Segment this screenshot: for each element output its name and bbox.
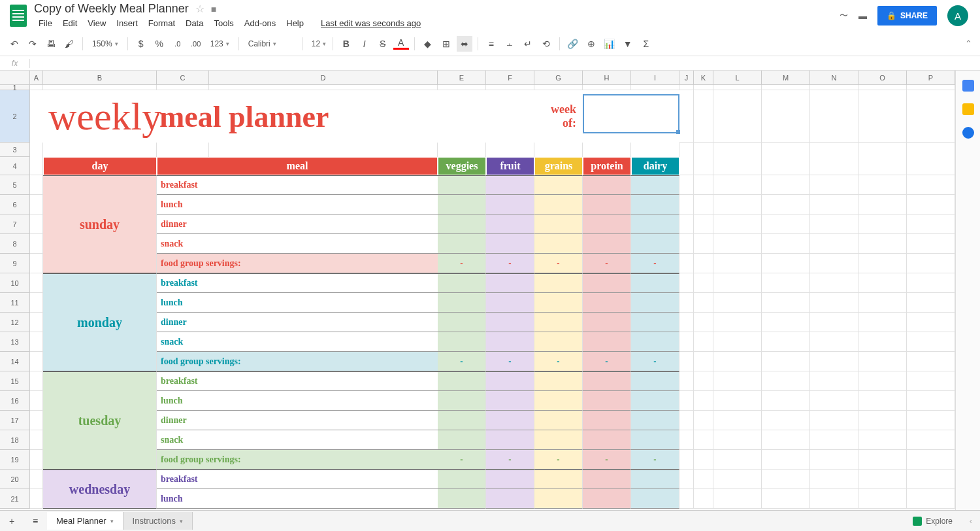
cell[interactable] xyxy=(810,332,858,352)
cell[interactable] xyxy=(762,90,810,143)
cell[interactable] xyxy=(858,371,907,391)
menu-tools[interactable]: Tools xyxy=(209,17,238,29)
cell[interactable] xyxy=(30,175,43,195)
cell[interactable] xyxy=(762,195,810,214)
merge-icon[interactable]: ⬌ xyxy=(457,36,472,52)
folder-icon[interactable]: ■ xyxy=(211,4,216,14)
cell[interactable] xyxy=(583,94,679,133)
cell[interactable] xyxy=(713,175,762,195)
menu-insert[interactable]: Insert xyxy=(112,17,142,29)
col-header[interactable]: K xyxy=(694,71,713,84)
filter-icon[interactable]: ▼ xyxy=(620,36,636,52)
row-header[interactable]: 15 xyxy=(0,371,30,391)
cell[interactable] xyxy=(583,85,631,90)
cell[interactable] xyxy=(762,450,810,470)
cell[interactable] xyxy=(713,313,762,332)
chart-icon[interactable]: 📊 xyxy=(602,36,617,52)
cell[interactable]: lunch xyxy=(157,489,438,509)
row-header[interactable]: 14 xyxy=(0,352,30,371)
cell[interactable] xyxy=(157,85,209,90)
cell[interactable] xyxy=(583,234,631,254)
cell[interactable] xyxy=(679,430,694,450)
cell[interactable]: - xyxy=(438,352,486,371)
cell[interactable] xyxy=(534,293,583,313)
cell[interactable] xyxy=(30,371,43,391)
cell[interactable] xyxy=(810,195,858,214)
cell[interactable] xyxy=(694,195,713,214)
cell[interactable] xyxy=(486,391,534,411)
cell[interactable]: snack xyxy=(157,430,438,450)
cell[interactable] xyxy=(907,489,955,509)
cell[interactable] xyxy=(713,90,762,143)
currency-icon[interactable]: $ xyxy=(133,36,149,52)
wrap-icon[interactable]: ↵ xyxy=(520,36,536,52)
cell[interactable] xyxy=(486,332,534,352)
cell[interactable]: dinner xyxy=(157,313,438,332)
cell[interactable] xyxy=(694,175,713,195)
cell[interactable] xyxy=(438,391,486,411)
cell[interactable] xyxy=(858,234,907,254)
cell[interactable] xyxy=(762,254,810,273)
col-header[interactable]: M xyxy=(762,71,810,84)
cell[interactable]: veggies xyxy=(438,157,486,175)
cell[interactable] xyxy=(858,254,907,273)
cell[interactable]: lunch xyxy=(157,293,438,313)
cell[interactable] xyxy=(534,371,583,391)
cell[interactable] xyxy=(713,332,762,352)
cell[interactable]: breakfast xyxy=(157,371,438,391)
menu-addons[interactable]: Add-ons xyxy=(240,17,280,29)
cell[interactable] xyxy=(694,85,713,90)
cell[interactable] xyxy=(438,332,486,352)
cell[interactable] xyxy=(534,391,583,411)
cell[interactable] xyxy=(713,391,762,411)
cell[interactable]: breakfast xyxy=(157,273,438,293)
cell[interactable] xyxy=(679,411,694,430)
cell[interactable] xyxy=(583,391,631,411)
format-select[interactable]: 123 xyxy=(206,39,233,48)
cell[interactable] xyxy=(438,214,486,234)
row-header[interactable]: 16 xyxy=(0,391,30,411)
cell[interactable] xyxy=(30,489,43,509)
menu-format[interactable]: Format xyxy=(144,17,180,29)
cell[interactable]: - xyxy=(486,254,534,273)
cell[interactable] xyxy=(907,391,955,411)
cell[interactable]: grains xyxy=(534,157,583,175)
cell[interactable] xyxy=(713,214,762,234)
tasks-icon[interactable] xyxy=(962,127,974,139)
cell[interactable] xyxy=(762,332,810,352)
cell[interactable] xyxy=(631,391,679,411)
cell[interactable] xyxy=(679,234,694,254)
cell[interactable] xyxy=(907,273,955,293)
cell[interactable] xyxy=(762,411,810,430)
cell[interactable] xyxy=(486,195,534,214)
strike-icon[interactable]: S xyxy=(375,36,391,52)
text-color-icon[interactable]: A xyxy=(393,38,409,50)
cell[interactable] xyxy=(534,411,583,430)
cell[interactable] xyxy=(858,157,907,175)
cell[interactable]: - xyxy=(534,450,583,470)
cell[interactable] xyxy=(713,157,762,175)
cell[interactable] xyxy=(631,293,679,313)
cell[interactable] xyxy=(810,234,858,254)
cell[interactable] xyxy=(486,430,534,450)
cell[interactable] xyxy=(858,313,907,332)
cell[interactable] xyxy=(810,313,858,332)
cell[interactable] xyxy=(713,489,762,509)
collapse-icon[interactable]: ⌃ xyxy=(965,39,972,48)
cell[interactable] xyxy=(858,450,907,470)
cell[interactable] xyxy=(762,273,810,293)
cell[interactable] xyxy=(438,470,486,489)
col-header[interactable]: I xyxy=(631,71,679,84)
cell[interactable] xyxy=(679,371,694,391)
cell[interactable] xyxy=(486,313,534,332)
cell[interactable] xyxy=(810,254,858,273)
cell[interactable] xyxy=(694,411,713,430)
cell[interactable] xyxy=(30,313,43,332)
row-header[interactable]: 10 xyxy=(0,273,30,293)
cell[interactable]: - xyxy=(534,352,583,371)
cell[interactable] xyxy=(810,175,858,195)
col-header[interactable]: F xyxy=(486,71,534,84)
cell[interactable] xyxy=(694,143,713,157)
cell[interactable] xyxy=(907,234,955,254)
cell[interactable] xyxy=(713,254,762,273)
